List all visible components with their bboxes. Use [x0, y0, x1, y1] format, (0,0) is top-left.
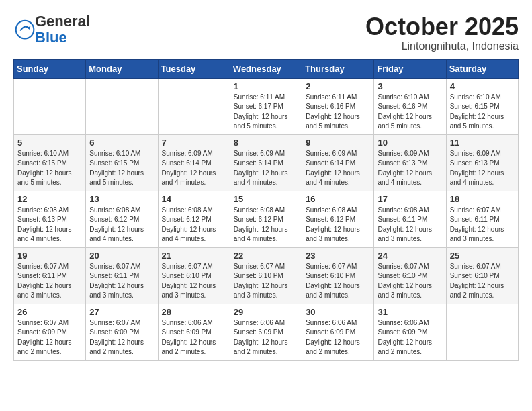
- calendar-cell: [86, 78, 158, 134]
- svg-point-0: [16, 21, 34, 39]
- calendar-cell: 31Sunrise: 6:06 AMSunset: 6:09 PMDayligh…: [374, 304, 446, 360]
- calendar-cell: 3Sunrise: 6:10 AMSunset: 6:16 PMDaylight…: [374, 78, 446, 134]
- day-info: Sunrise: 6:07 AMSunset: 6:10 PMDaylight:…: [306, 262, 370, 301]
- logo-blue: Blue: [35, 29, 67, 46]
- month-title: October 2025: [365, 13, 519, 40]
- day-number: 1: [234, 81, 298, 91]
- location: Lintongnihuta, Indonesia: [365, 40, 519, 52]
- day-number: 17: [378, 194, 442, 204]
- day-info: Sunrise: 6:08 AMSunset: 6:12 PMDaylight:…: [306, 205, 370, 244]
- calendar-cell: 17Sunrise: 6:08 AMSunset: 6:11 PMDayligh…: [374, 191, 446, 247]
- day-number: 16: [306, 194, 370, 204]
- weekday-header: Saturday: [446, 59, 518, 78]
- calendar-week-row: 26Sunrise: 6:07 AMSunset: 6:09 PMDayligh…: [14, 304, 519, 360]
- logo: General Blue: [13, 13, 90, 46]
- calendar-cell: [14, 78, 86, 134]
- day-info: Sunrise: 6:06 AMSunset: 6:09 PMDaylight:…: [234, 318, 298, 357]
- day-info: Sunrise: 6:10 AMSunset: 6:15 PMDaylight:…: [89, 149, 154, 188]
- day-number: 23: [306, 250, 370, 261]
- calendar-cell: 10Sunrise: 6:09 AMSunset: 6:13 PMDayligh…: [374, 134, 446, 191]
- calendar-cell: 11Sunrise: 6:09 AMSunset: 6:13 PMDayligh…: [446, 134, 518, 191]
- day-info: Sunrise: 6:06 AMSunset: 6:09 PMDaylight:…: [306, 318, 370, 357]
- day-info: Sunrise: 6:07 AMSunset: 6:11 PMDaylight:…: [17, 262, 82, 301]
- weekday-header: Thursday: [302, 59, 374, 78]
- day-number: 8: [234, 138, 298, 148]
- calendar-cell: 30Sunrise: 6:06 AMSunset: 6:09 PMDayligh…: [302, 304, 374, 360]
- day-number: 12: [17, 194, 82, 204]
- weekday-header: Friday: [374, 59, 446, 78]
- day-number: 9: [306, 138, 370, 148]
- calendar-cell: 15Sunrise: 6:08 AMSunset: 6:12 PMDayligh…: [230, 191, 302, 247]
- day-number: 14: [162, 194, 226, 204]
- day-number: 27: [89, 307, 154, 317]
- day-number: 15: [234, 194, 298, 204]
- day-number: 4: [450, 81, 515, 91]
- day-number: 5: [17, 138, 82, 148]
- day-info: Sunrise: 6:10 AMSunset: 6:16 PMDaylight:…: [378, 93, 442, 132]
- day-info: Sunrise: 6:09 AMSunset: 6:14 PMDaylight:…: [162, 149, 226, 188]
- day-number: 19: [17, 250, 82, 261]
- calendar-cell: 24Sunrise: 6:07 AMSunset: 6:10 PMDayligh…: [374, 247, 446, 304]
- day-info: Sunrise: 6:09 AMSunset: 6:13 PMDaylight:…: [378, 149, 442, 188]
- day-number: 11: [450, 138, 515, 148]
- day-number: 24: [378, 250, 442, 261]
- calendar-week-row: 19Sunrise: 6:07 AMSunset: 6:11 PMDayligh…: [14, 247, 519, 304]
- day-info: Sunrise: 6:08 AMSunset: 6:12 PMDaylight:…: [162, 205, 226, 244]
- day-number: 7: [162, 138, 226, 148]
- day-number: 31: [378, 307, 442, 317]
- day-number: 10: [378, 138, 442, 148]
- calendar-cell: 16Sunrise: 6:08 AMSunset: 6:12 PMDayligh…: [302, 191, 374, 247]
- day-number: 30: [306, 307, 370, 317]
- calendar-cell: 2Sunrise: 6:11 AMSunset: 6:16 PMDaylight…: [302, 78, 374, 134]
- day-info: Sunrise: 6:07 AMSunset: 6:11 PMDaylight:…: [89, 262, 154, 301]
- day-number: 6: [89, 138, 154, 148]
- calendar-cell: 14Sunrise: 6:08 AMSunset: 6:12 PMDayligh…: [158, 191, 230, 247]
- day-info: Sunrise: 6:09 AMSunset: 6:14 PMDaylight:…: [234, 149, 298, 188]
- day-number: 21: [162, 250, 226, 261]
- day-info: Sunrise: 6:07 AMSunset: 6:10 PMDaylight:…: [450, 262, 515, 301]
- calendar-cell: 27Sunrise: 6:07 AMSunset: 6:09 PMDayligh…: [86, 304, 158, 360]
- weekday-header: Tuesday: [158, 59, 230, 78]
- weekday-header: Wednesday: [230, 59, 302, 78]
- calendar-week-row: 5Sunrise: 6:10 AMSunset: 6:15 PMDaylight…: [14, 134, 519, 191]
- day-info: Sunrise: 6:07 AMSunset: 6:10 PMDaylight:…: [162, 262, 226, 301]
- calendar-cell: [158, 78, 230, 134]
- day-info: Sunrise: 6:11 AMSunset: 6:17 PMDaylight:…: [234, 93, 298, 132]
- weekday-header-row: SundayMondayTuesdayWednesdayThursdayFrid…: [14, 59, 519, 78]
- calendar-week-row: 12Sunrise: 6:08 AMSunset: 6:13 PMDayligh…: [14, 191, 519, 247]
- day-number: 26: [17, 307, 82, 317]
- day-info: Sunrise: 6:07 AMSunset: 6:11 PMDaylight:…: [450, 205, 515, 244]
- calendar-cell: 1Sunrise: 6:11 AMSunset: 6:17 PMDaylight…: [230, 78, 302, 134]
- day-number: 3: [378, 81, 442, 91]
- day-number: 22: [234, 250, 298, 261]
- calendar: SundayMondayTuesdayWednesdayThursdayFrid…: [13, 59, 519, 361]
- calendar-cell: 4Sunrise: 6:10 AMSunset: 6:15 PMDaylight…: [446, 78, 518, 134]
- calendar-cell: 21Sunrise: 6:07 AMSunset: 6:10 PMDayligh…: [158, 247, 230, 304]
- title-block: October 2025 Lintongnihuta, Indonesia: [365, 13, 519, 52]
- calendar-cell: 8Sunrise: 6:09 AMSunset: 6:14 PMDaylight…: [230, 134, 302, 191]
- calendar-cell: 25Sunrise: 6:07 AMSunset: 6:10 PMDayligh…: [446, 247, 518, 304]
- calendar-cell: 12Sunrise: 6:08 AMSunset: 6:13 PMDayligh…: [14, 191, 86, 247]
- day-info: Sunrise: 6:09 AMSunset: 6:14 PMDaylight:…: [306, 149, 370, 188]
- calendar-cell: 29Sunrise: 6:06 AMSunset: 6:09 PMDayligh…: [230, 304, 302, 360]
- day-info: Sunrise: 6:06 AMSunset: 6:09 PMDaylight:…: [162, 318, 226, 357]
- day-info: Sunrise: 6:06 AMSunset: 6:09 PMDaylight:…: [378, 318, 442, 357]
- day-info: Sunrise: 6:11 AMSunset: 6:16 PMDaylight:…: [306, 93, 370, 132]
- day-info: Sunrise: 6:09 AMSunset: 6:13 PMDaylight:…: [450, 149, 515, 188]
- calendar-week-row: 1Sunrise: 6:11 AMSunset: 6:17 PMDaylight…: [14, 78, 519, 134]
- calendar-cell: 6Sunrise: 6:10 AMSunset: 6:15 PMDaylight…: [86, 134, 158, 191]
- day-number: 25: [450, 250, 515, 261]
- logo-icon: [15, 19, 35, 40]
- calendar-cell: 28Sunrise: 6:06 AMSunset: 6:09 PMDayligh…: [158, 304, 230, 360]
- day-number: 20: [89, 250, 154, 261]
- day-info: Sunrise: 6:10 AMSunset: 6:15 PMDaylight:…: [17, 149, 82, 188]
- calendar-cell: 23Sunrise: 6:07 AMSunset: 6:10 PMDayligh…: [302, 247, 374, 304]
- day-info: Sunrise: 6:08 AMSunset: 6:11 PMDaylight:…: [378, 205, 442, 244]
- day-info: Sunrise: 6:07 AMSunset: 6:09 PMDaylight:…: [17, 318, 82, 357]
- day-info: Sunrise: 6:10 AMSunset: 6:15 PMDaylight:…: [450, 93, 515, 132]
- day-info: Sunrise: 6:07 AMSunset: 6:09 PMDaylight:…: [89, 318, 154, 357]
- day-info: Sunrise: 6:07 AMSunset: 6:10 PMDaylight:…: [378, 262, 442, 301]
- calendar-cell: 9Sunrise: 6:09 AMSunset: 6:14 PMDaylight…: [302, 134, 374, 191]
- day-number: 29: [234, 307, 298, 317]
- calendar-cell: 22Sunrise: 6:07 AMSunset: 6:10 PMDayligh…: [230, 247, 302, 304]
